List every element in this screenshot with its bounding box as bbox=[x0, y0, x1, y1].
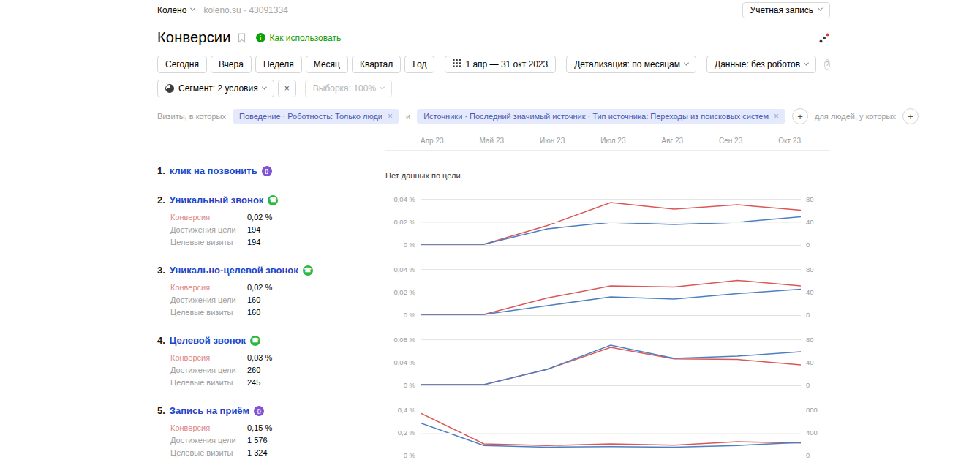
no-data-message: Нет данных по цели. bbox=[385, 170, 830, 180]
line-chart bbox=[421, 199, 801, 246]
segment-button[interactable]: Сегмент: 2 условия bbox=[157, 80, 274, 97]
line-chart bbox=[421, 339, 801, 386]
filter-chip-traffic-source[interactable]: Источники · Последний значимый источник … bbox=[417, 109, 785, 124]
date-range-label: 1 апр — 31 окт 2023 bbox=[465, 59, 548, 69]
info-icon: i bbox=[256, 33, 265, 42]
goal-chart: 0,04 %0,02 %0 % 80400 bbox=[385, 199, 830, 246]
chevron-down-icon bbox=[380, 84, 385, 89]
goal-number: 2. bbox=[157, 195, 165, 205]
data-mode-label: Данные: без роботов bbox=[715, 59, 800, 69]
goal-link[interactable]: Уникальный звонок bbox=[170, 195, 264, 205]
counter-selector[interactable]: Колено bbox=[157, 5, 195, 15]
segment-pie-icon bbox=[165, 84, 174, 93]
right-axis: 80400 bbox=[801, 199, 830, 246]
stat-achievements: Достижения цели 260 bbox=[170, 366, 385, 375]
month-tick: Авг 23 bbox=[661, 137, 683, 145]
goal-link[interactable]: Уникально-целевой звонок bbox=[170, 265, 298, 276]
period-year-button[interactable]: Год bbox=[404, 56, 434, 73]
page-title: Конверсии bbox=[157, 29, 231, 46]
chevron-down-icon bbox=[804, 60, 809, 65]
goal-number: 3. bbox=[157, 265, 165, 276]
line-chart bbox=[421, 410, 801, 456]
goal-row: 1. клик на позвонить {} Нет данных по це… bbox=[157, 165, 830, 180]
help-icon[interactable]: ? bbox=[824, 59, 830, 70]
goal-chart: 0,04 %0,02 %0 % 80400 bbox=[385, 269, 830, 316]
js-goal-icon: {} bbox=[254, 406, 264, 416]
call-goal-icon: ☎ bbox=[250, 336, 260, 346]
stat-conversion: Конверсия 0,02 % bbox=[170, 213, 385, 222]
month-tick: Сен 23 bbox=[719, 137, 742, 145]
month-tick: Окт 23 bbox=[778, 137, 801, 145]
period-today-button[interactable]: Сегодня bbox=[157, 56, 207, 73]
chevron-down-icon bbox=[190, 6, 195, 11]
calendar-grid-icon bbox=[453, 59, 461, 69]
filter-row: Визиты, в которых Поведение · Роботность… bbox=[157, 108, 830, 124]
detalization-dropdown[interactable]: Детализация: по месяцам bbox=[566, 56, 696, 73]
visits-condition-label: Визиты, в которых bbox=[157, 112, 226, 121]
goal-number: 4. bbox=[157, 335, 165, 346]
goal-row: 5. Запись на приём {} Конверсия 0,15 % Д… bbox=[157, 405, 830, 461]
segment-clear-button[interactable]: × bbox=[278, 80, 296, 97]
sampling-button[interactable]: Выборка: 100% bbox=[305, 80, 392, 97]
chevron-down-icon bbox=[262, 84, 267, 89]
sampling-label: Выборка: 100% bbox=[313, 83, 376, 94]
add-visit-condition-button[interactable]: + bbox=[792, 108, 808, 124]
detalization-label: Детализация: по месяцам bbox=[574, 59, 680, 69]
goal-link[interactable]: клик на позвонить bbox=[170, 165, 257, 176]
account-label: Учетная запись bbox=[750, 5, 813, 15]
left-axis: 0,04 %0,02 %0 % bbox=[385, 269, 421, 316]
goal-link[interactable]: Запись на приём bbox=[170, 405, 249, 416]
stat-conversion: Конверсия 0,02 % bbox=[170, 283, 385, 292]
add-people-condition-button[interactable]: + bbox=[902, 108, 919, 124]
metrica-logo-icon[interactable] bbox=[818, 32, 830, 44]
call-goal-icon: ☎ bbox=[303, 265, 313, 276]
account-button[interactable]: Учетная запись bbox=[742, 2, 830, 18]
chip-remove-icon[interactable]: × bbox=[774, 112, 779, 121]
goal-number: 5. bbox=[157, 405, 165, 416]
chip-remove-icon[interactable]: × bbox=[388, 112, 393, 121]
filter-chip-robotness[interactable]: Поведение · Роботность: Только люди × bbox=[233, 109, 399, 124]
how-to-use-link[interactable]: Как использовать bbox=[270, 33, 342, 43]
segment-label: Сегмент: 2 условия bbox=[178, 83, 258, 94]
left-axis: 0,04 %0,02 %0 % bbox=[385, 199, 421, 246]
stat-achievements: Достижения цели 194 bbox=[170, 225, 385, 235]
period-month-button[interactable]: Месяц bbox=[306, 56, 348, 73]
segment-row: Сегмент: 2 условия × Выборка: 100% bbox=[157, 80, 830, 97]
goal-chart: 0,4 %0,2 %0 % 8004000 bbox=[385, 410, 830, 456]
left-axis: 0,4 %0,2 %0 % bbox=[385, 410, 421, 456]
period-yesterday-button[interactable]: Вчера bbox=[211, 56, 252, 73]
stat-target-visits: Целевые визиты 194 bbox=[170, 238, 385, 247]
date-range-button[interactable]: 1 апр — 31 окт 2023 bbox=[445, 56, 556, 73]
right-axis: 80400 bbox=[801, 339, 830, 386]
people-condition-label: для людей, у которых bbox=[815, 112, 896, 121]
counter-meta: koleno.su · 43091334 bbox=[203, 5, 287, 15]
goal-chart: 0,08 %0,04 %0 % 80400 bbox=[385, 339, 830, 386]
goal-number: 1. bbox=[157, 165, 165, 176]
goal-link[interactable]: Целевой звонок bbox=[170, 335, 246, 346]
stat-target-visits: Целевые визиты 245 bbox=[170, 378, 385, 388]
chevron-down-icon bbox=[818, 6, 823, 11]
chart-months-axis: Апр 23 Май 23 Июн 23 Июл 23 Авг 23 Сен 2… bbox=[385, 137, 830, 151]
month-tick: Май 23 bbox=[480, 137, 505, 145]
data-mode-dropdown[interactable]: Данные: без роботов bbox=[706, 56, 816, 73]
stat-achievements: Достижения цели 160 bbox=[170, 295, 385, 305]
month-tick: Июл 23 bbox=[600, 137, 625, 145]
stat-conversion: Конверсия 0,15 % bbox=[170, 423, 385, 433]
month-tick: Апр 23 bbox=[421, 137, 444, 145]
bookmark-icon[interactable] bbox=[238, 33, 246, 43]
goal-row: 2. Уникальный звонок ☎ Конверсия 0,02 % … bbox=[157, 195, 830, 250]
title-row: Конверсии i Как использовать bbox=[157, 29, 830, 46]
goal-row: 3. Уникально-целевой звонок ☎ Конверсия … bbox=[157, 265, 830, 320]
call-goal-icon: ☎ bbox=[268, 195, 278, 205]
stat-achievements: Достижения цели 1 576 bbox=[170, 436, 385, 445]
period-week-button[interactable]: Неделя bbox=[255, 56, 302, 73]
js-goal-icon: {} bbox=[262, 166, 272, 176]
stat-conversion: Конверсия 0,03 % bbox=[170, 353, 385, 363]
filter-chip-label: Источники · Последний значимый источник … bbox=[423, 112, 769, 121]
stat-target-visits: Целевые визиты 160 bbox=[170, 308, 385, 317]
period-quarter-button[interactable]: Квартал bbox=[352, 56, 401, 73]
line-chart bbox=[421, 269, 801, 316]
stat-target-visits: Целевые визиты 1 324 bbox=[170, 448, 385, 458]
topbar: Колено koleno.su · 43091334 Учетная запи… bbox=[0, 0, 980, 20]
filter-chip-label: Поведение · Роботность: Только люди bbox=[239, 112, 382, 121]
